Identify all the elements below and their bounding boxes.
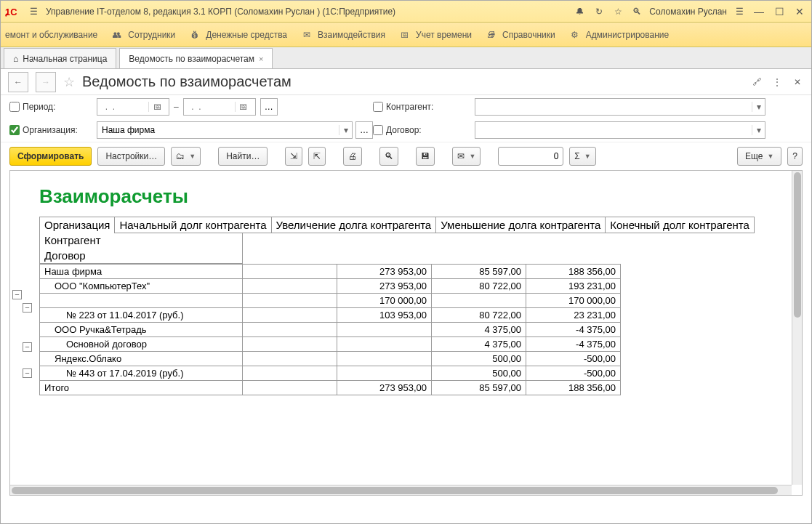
col-dec: Уменьшение долга контрагента — [436, 217, 606, 233]
period-fields: 📅︎ – 📅︎ … — [97, 98, 373, 116]
tree-toggle[interactable]: − — [23, 368, 32, 378]
table-row[interactable]: ООО Ручка&Тетрадь4 375,00-4 375,00 — [40, 323, 621, 337]
table-row[interactable]: Яндекс.Облако500,00-500,00 — [40, 352, 621, 366]
variants-button[interactable]: 🗂︎▼ — [171, 147, 201, 166]
nav-staff[interactable]: 👥︎Сотрудники — [110, 28, 175, 41]
sum-input[interactable] — [498, 147, 563, 166]
help-button[interactable]: ? — [787, 147, 803, 166]
more-button[interactable]: Еще▼ — [737, 147, 781, 166]
table-row[interactable]: Основной договор4 375,00-4 375,00 — [40, 337, 621, 352]
kontragent-checkbox-label[interactable]: Контрагент: — [373, 102, 475, 112]
app-logo: 1С — [5, 5, 21, 18]
dogovor-field[interactable]: ▾ — [475, 121, 765, 139]
period-sep: – — [174, 102, 179, 112]
kontragent-checkbox[interactable] — [373, 102, 383, 112]
report-data: Наша фирма273 953,0085 597,00188 356,00О… — [39, 264, 621, 395]
table-row[interactable]: № 223 от 11.04.2017 (руб.)103 953,0080 7… — [40, 308, 621, 323]
form-button[interactable]: Сформировать — [9, 147, 92, 166]
report-head-stack: Контрагент Договор — [39, 233, 621, 264]
expand-button[interactable]: ⇲ — [285, 147, 302, 166]
tree-toggle[interactable]: − — [12, 290, 22, 299]
kebab-icon[interactable]: ⋮ — [771, 76, 784, 89]
menu-icon[interactable]: ☰ — [27, 5, 40, 18]
main-nav: емонт и обслуживание 👥︎Сотрудники 💰︎Дене… — [1, 23, 811, 47]
org-field[interactable]: ▾ — [97, 121, 353, 139]
print-icon: 🖨︎ — [348, 151, 357, 161]
nav-admin[interactable]: ⚙︎Администрирование — [568, 28, 669, 41]
people-icon: 👥︎ — [110, 28, 124, 41]
tab-home[interactable]: ⌂Начальная страница — [4, 48, 116, 68]
collapse-icon: ⇱ — [313, 151, 321, 161]
chevron-down-icon[interactable]: ▾ — [339, 125, 352, 135]
close-button[interactable]: ✕ — [792, 6, 807, 17]
table-row[interactable]: № 443 от 17.04.2019 (руб.)500,00-500,00 — [40, 366, 621, 381]
period-from-input[interactable] — [97, 102, 148, 112]
print-button[interactable]: 🖨︎ — [343, 147, 362, 166]
col-begin: Начальный долг контрагента — [115, 217, 271, 233]
doc-header: ← → ☆ Ведомость по взаиморасчетам 🔗︎ ⋮ ✕ — [1, 69, 811, 95]
report-area: − − − − Взаиморасчеты Организация Началь… — [9, 170, 803, 496]
calendar-icon[interactable]: 📅︎ — [235, 102, 252, 112]
tab-report[interactable]: Ведомость по взаиморасчетам× — [119, 48, 273, 68]
chevron-down-icon[interactable]: ▾ — [752, 125, 765, 135]
col-inc: Увеличение долга контрагента — [271, 217, 436, 233]
vertical-scrollbar[interactable] — [792, 171, 802, 485]
table-row[interactable]: 170 000,00170 000,00 — [40, 294, 621, 308]
find-button[interactable]: Найти… — [218, 147, 268, 166]
nav-back-button[interactable]: ← — [8, 72, 28, 92]
nav-time[interactable]: 📅︎Учет времени — [398, 28, 472, 41]
dogovor-input[interactable] — [475, 125, 752, 135]
user-label: Соломахин Руслан — [649, 7, 727, 17]
dogovor-checkbox[interactable] — [373, 125, 383, 135]
period-to-input[interactable] — [184, 102, 235, 112]
org-input[interactable] — [97, 125, 339, 135]
org-select-button[interactable]: … — [355, 121, 373, 139]
preview-button[interactable]: 🔍︎ — [379, 147, 398, 166]
nav-forward-button[interactable]: → — [36, 72, 56, 92]
mail-button[interactable]: ✉︎▼ — [452, 147, 481, 166]
nav-ref[interactable]: 📚︎Справочники — [485, 28, 555, 41]
collapse-button[interactable]: ⇱ — [308, 147, 326, 166]
calendar-icon[interactable]: 📅︎ — [148, 102, 166, 112]
dogovor-checkbox-label[interactable]: Договор: — [373, 125, 475, 135]
tree-toggle[interactable]: − — [23, 303, 32, 313]
star-icon[interactable]: ☆ — [611, 5, 624, 18]
kontragent-field[interactable]: ▾ — [475, 98, 765, 116]
sigma-button[interactable]: Σ▼ — [569, 147, 595, 166]
preview-icon: 🔍︎ — [385, 151, 393, 161]
period-select-button[interactable]: … — [260, 98, 278, 116]
tree-toggle[interactable]: − — [23, 342, 32, 352]
maximize-button[interactable]: ☐ — [772, 6, 787, 17]
total-row: Итого273 953,0085 597,00188 356,00 — [40, 381, 621, 395]
history-icon[interactable]: ↻ — [592, 5, 606, 18]
save-button[interactable]: 💾︎ — [416, 147, 435, 166]
org-checkbox[interactable] — [9, 125, 20, 135]
filter-panel: Период: 📅︎ – 📅︎ … Контрагент: ▾ Организа… — [1, 95, 811, 142]
period-to-field[interactable]: 📅︎ — [183, 98, 256, 116]
search-icon[interactable]: 🔍︎ — [630, 5, 643, 18]
nav-repair[interactable]: емонт и обслуживание — [5, 30, 97, 40]
horizontal-scrollbar[interactable] — [10, 485, 792, 495]
kontragent-input[interactable] — [475, 102, 752, 112]
settings-lines-icon[interactable]: ☰ — [733, 5, 746, 18]
link-icon[interactable]: 🔗︎ — [750, 76, 763, 89]
nav-interactions[interactable]: ✉︎Взаимодействия — [300, 28, 385, 41]
settings-button[interactable]: Настройки… — [97, 147, 165, 166]
table-row[interactable]: ООО "КомпьютерТех"273 953,0080 722,00193… — [40, 279, 621, 294]
bell-icon[interactable]: 🔔︎ — [574, 5, 587, 18]
period-checkbox-label[interactable]: Период: — [9, 102, 97, 112]
favorite-icon[interactable]: ☆ — [63, 74, 75, 90]
table-row[interactable]: Наша фирма273 953,0085 597,00188 356,00 — [40, 265, 621, 279]
period-from-field[interactable]: 📅︎ — [97, 98, 169, 116]
minimize-button[interactable]: — — [752, 6, 766, 17]
nav-money[interactable]: 💰︎Денежные средства — [188, 28, 287, 41]
period-checkbox[interactable] — [9, 102, 20, 112]
home-icon: ⌂ — [13, 54, 18, 64]
org-field-wrap: ▾ … — [97, 121, 373, 139]
chevron-down-icon[interactable]: ▾ — [752, 102, 765, 112]
close-doc-icon[interactable]: ✕ — [791, 76, 804, 89]
tab-close-icon[interactable]: × — [259, 55, 263, 63]
report-inner: Взаиморасчеты Организация Начальный долг… — [10, 171, 766, 410]
titlebar: 1С ☰ Управление IT-отделом 8, редакция 3… — [1, 1, 811, 23]
org-checkbox-label[interactable]: Организация: — [9, 125, 97, 135]
